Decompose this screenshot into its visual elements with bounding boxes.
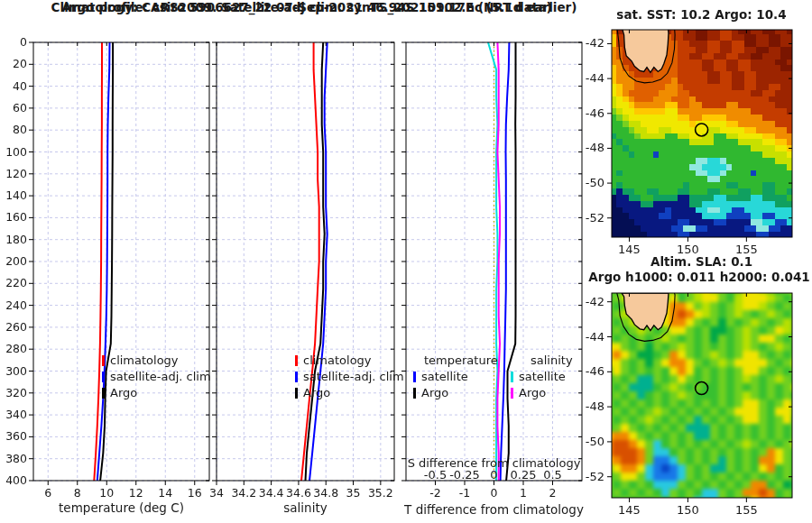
tick-label: 8 [74, 486, 81, 500]
tick-label: 34 [209, 486, 224, 500]
xlabel-t-difference: T difference from climatology [397, 502, 591, 517]
tick-label: -48 [586, 399, 604, 413]
argo-float-marker [696, 124, 708, 136]
tick-label: -44 [586, 330, 604, 344]
argo-s-line-swatch [511, 388, 513, 399]
tick-label: 0 [20, 35, 27, 49]
climatology-line-swatch [102, 355, 105, 366]
legend-item: Argo [295, 385, 404, 401]
legend-header: temperature [413, 353, 498, 369]
tick-label: 14 [158, 486, 172, 500]
tick-label: 155 [735, 503, 758, 517]
tick-label: -52 [586, 470, 604, 483]
tick-label: 35 [346, 486, 361, 500]
tick-label: 140 [5, 188, 27, 202]
tick-label: -42 [586, 36, 604, 50]
tick-label: 150 [677, 503, 699, 517]
tick-label: -46 [586, 364, 604, 378]
map-sst_map: 145150155-42-44-46-48-50-52 [586, 26, 792, 256]
sla-title-line1: Altim. SLA: 0.1 [591, 254, 812, 269]
tick-label: 40 [13, 79, 27, 93]
tick-label: 360 [5, 429, 27, 443]
tick-label: 320 [5, 386, 27, 399]
legend-temperature-panel: climatology satellite-adj. clim Argo [102, 353, 211, 401]
satellite-t-line-swatch [413, 372, 416, 382]
tick-label: -46 [586, 106, 604, 120]
tick-label: -0.25 [449, 468, 480, 482]
tick-label: 34.8 [313, 486, 338, 500]
tick-label: 10 [99, 486, 114, 500]
legend-item: satellite-adj. clim [295, 369, 404, 385]
argo-t-line-swatch [413, 388, 416, 399]
tick-label: 240 [5, 298, 27, 312]
tick-label: 34.4 [259, 486, 284, 500]
tick-label: 100 [5, 145, 27, 159]
tick-label: 12 [129, 486, 143, 500]
tick-label: -44 [586, 71, 604, 85]
tick-label: -1 [459, 486, 470, 500]
tick-label: 34.6 [286, 486, 311, 500]
tick-label: 220 [5, 276, 27, 289]
tick-label: 180 [5, 233, 27, 246]
sst-map-title: sat. SST: 10.2 Argo: 10.4 [591, 7, 812, 22]
tick-label: 0.5 [543, 468, 562, 482]
tick-label: 380 [5, 452, 27, 465]
tick-label: 200 [5, 254, 27, 268]
tasmania-landmass [622, 293, 669, 331]
tick-label: -48 [586, 141, 604, 154]
tick-label: -42 [586, 295, 604, 308]
tick-label: 300 [5, 364, 27, 378]
tasmania-landmass [622, 26, 669, 72]
panel-temperature_profile: 6810121416020406080100120140160180200220… [5, 35, 209, 500]
argo-line-swatch [102, 388, 105, 399]
tick-label: 2 [549, 486, 557, 500]
tick-label: 145 [618, 503, 641, 517]
panel-salinity_profile: 3434.234.434.634.83535.2 [209, 42, 394, 500]
sla-title-line2: Argo h1000: 0.011 h2000: 0.041 [586, 270, 812, 284]
tick-label: 16 [188, 486, 202, 500]
climatology-line-swatch [295, 355, 298, 366]
legend-item: climatology [295, 353, 404, 369]
argo-line-swatch [295, 388, 298, 399]
legend-item: Argo [102, 385, 211, 401]
legend-difference-temperature: temperature satellite Argo [413, 353, 498, 401]
legend-item: climatology [102, 353, 211, 369]
legend-item: satellite [413, 369, 498, 385]
tick-label: 20 [13, 57, 27, 70]
tick-label: -52 [586, 211, 604, 225]
tick-label: -50 [586, 435, 604, 448]
satellite-adj-clim-line-swatch [102, 372, 105, 382]
tick-label: -50 [586, 176, 604, 189]
tick-label: 0 [491, 486, 498, 500]
map-sla_map: 145150155-42-44-46-48-50-52 [586, 293, 792, 517]
tick-label: 60 [13, 101, 27, 115]
tick-label: 160 [5, 210, 27, 224]
tick-label: 6 [44, 486, 51, 500]
tick-label: 340 [5, 408, 27, 421]
tick-label: 280 [5, 342, 27, 355]
tick-label: 34.2 [231, 486, 256, 500]
xlabel-temperature: temperature (deg C) [33, 500, 209, 515]
legend-header: salinity [511, 353, 573, 369]
tick-label: 260 [5, 320, 27, 334]
satellite-adj-clim-line-swatch [295, 372, 298, 382]
legend-difference-salinity: salinity satellite Argo [511, 353, 573, 401]
legend-item: satellite-adj. clim [102, 369, 211, 385]
legend-item: satellite [511, 369, 573, 385]
tick-label: -2 [429, 486, 440, 500]
tick-label: 400 [5, 473, 27, 487]
tick-label: 1 [520, 486, 527, 500]
xlabel-salinity: salinity [217, 500, 394, 515]
argo-profile-figure: Argo profile: csiro 5906627_22 07-Sep-20… [0, 0, 812, 523]
panel-difference_profile: -2-1012S difference from climatology-0.5… [401, 42, 582, 500]
legend-item: Argo [511, 385, 573, 401]
argo-float-marker [696, 382, 708, 395]
tick-label: -0.5 [424, 468, 447, 482]
legend-salinity-panel: climatology satellite-adj. clim Argo [295, 353, 404, 401]
tick-label: 35.2 [368, 486, 393, 500]
tick-label: 0 [490, 468, 497, 482]
satellite-s-line-swatch [511, 372, 513, 382]
tick-label: 120 [5, 167, 27, 180]
tick-label: 80 [13, 123, 27, 136]
legend-item: Argo [413, 385, 498, 401]
